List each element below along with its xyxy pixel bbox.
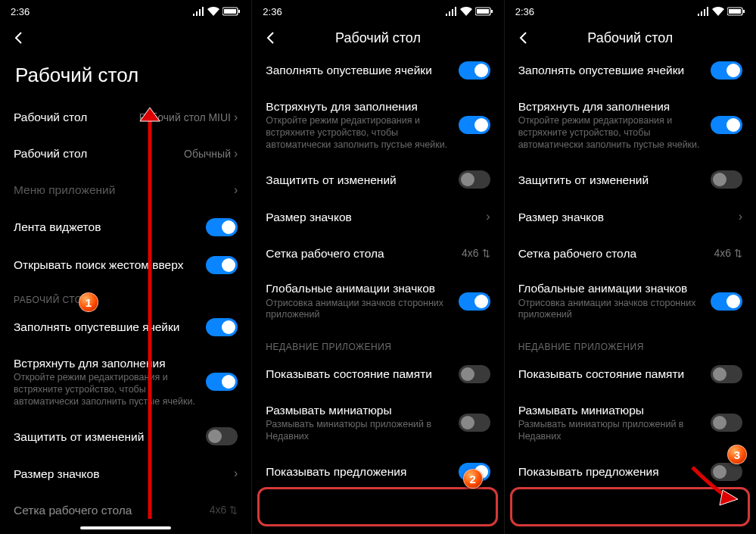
- row-lock-layout[interactable]: Защитить от изменений: [252, 161, 503, 198]
- row-icon-size[interactable]: Размер значков ›: [0, 455, 251, 492]
- status-icons: [192, 7, 241, 16]
- row-label: Встряхнуть для заполнения: [518, 99, 703, 114]
- sort-icon: ⇅: [482, 248, 490, 259]
- toggle-fill[interactable]: [206, 318, 238, 336]
- row-icon-size[interactable]: Размер значков ›: [505, 198, 756, 235]
- row-label: Открывать поиск жестом вверх: [14, 258, 198, 272]
- row-value: 4x6: [210, 504, 227, 516]
- row-desc: Откройте режим редактирования и встряхни…: [14, 372, 198, 408]
- row-shake-fill[interactable]: Встряхнуть для заполнения Откройте режим…: [505, 89, 756, 161]
- row-label: Сетка рабочего стола: [518, 246, 707, 261]
- row-label: Рабочий стол: [14, 110, 132, 124]
- status-bar: 2:36: [0, 0, 251, 21]
- row-icon-size[interactable]: Размер значков ›: [252, 198, 503, 235]
- row-memory-status[interactable]: Показывать состояние памяти: [505, 355, 756, 393]
- row-value: 4x6: [462, 247, 479, 259]
- row-label: Размер значков: [518, 210, 731, 224]
- signal-icon: [192, 7, 204, 16]
- row-label: Заполнять опустевшие ячейки: [14, 320, 198, 334]
- row-lock-layout[interactable]: Защитить от изменений: [0, 417, 251, 455]
- row-shake-fill[interactable]: Встряхнуть для заполнения Откройте режим…: [0, 346, 251, 417]
- row-desc: Отрисовка анимации значков сторонних при…: [266, 298, 450, 321]
- row-fill-empty[interactable]: Заполнять опустевшие ячейки: [505, 52, 756, 89]
- row-label: Показывать состояние памяти: [266, 367, 450, 381]
- status-bar: 2:36: [505, 0, 756, 21]
- sort-icon: ⇅: [734, 248, 742, 259]
- row-blur-thumbs[interactable]: Размывать миниатюры Размывать миниатюры …: [505, 393, 756, 453]
- toggle-widgets[interactable]: [206, 218, 238, 236]
- row-label: Показывать предложения: [518, 464, 703, 479]
- svg-rect-1: [224, 9, 236, 14]
- back-arrow-icon[interactable]: [11, 29, 29, 47]
- row-memory-status[interactable]: Показывать состояние памяти: [252, 355, 503, 393]
- toggle-blur[interactable]: [711, 414, 742, 432]
- row-desc: Размывать миниатюры приложений в Недавни…: [518, 419, 703, 442]
- wifi-icon: [460, 7, 472, 16]
- status-time: 2:36: [11, 6, 30, 17]
- toggle-lock[interactable]: [459, 170, 490, 189]
- toggle-blur[interactable]: [459, 414, 490, 432]
- status-time: 2:36: [515, 6, 534, 17]
- row-label: Заполнять опустевшие ячейки: [518, 63, 703, 77]
- row-label: Сетка рабочего стола: [14, 503, 202, 517]
- chevron-right-icon: ›: [486, 210, 490, 223]
- nav-bar[interactable]: [80, 526, 171, 529]
- page-title: Рабочий стол: [515, 30, 745, 46]
- row-lock-layout[interactable]: Защитить от изменений: [505, 161, 756, 198]
- sort-icon: ⇅: [229, 504, 238, 516]
- toggle-fill[interactable]: [459, 61, 490, 80]
- row-grid[interactable]: Сетка рабочего стола 4x6⇅: [0, 492, 251, 528]
- chevron-right-icon: ›: [234, 467, 238, 480]
- row-fill-empty[interactable]: Заполнять опустевшие ячейки: [252, 52, 503, 89]
- row-label: Размер значков: [266, 210, 478, 224]
- toggle-memory[interactable]: [711, 365, 742, 383]
- toggle-search[interactable]: [206, 256, 238, 274]
- row-label: Размывать миниатюры: [266, 403, 450, 417]
- row-home-launcher[interactable]: Рабочий стол Рабочий стол MIUI›: [0, 99, 251, 136]
- row-label: Показывать предложения: [266, 464, 450, 479]
- svg-rect-6: [491, 10, 493, 13]
- toggle-shake[interactable]: [206, 373, 238, 391]
- row-grid[interactable]: Сетка рабочего стола 4x6 ⇅: [505, 235, 756, 271]
- signal-icon: [445, 7, 457, 16]
- row-global-anim[interactable]: Глобальные анимации значков Отрисовка ан…: [505, 271, 756, 331]
- battery-icon: [727, 7, 745, 16]
- toggle-lock[interactable]: [206, 427, 238, 445]
- row-label: Меню приложений: [14, 183, 226, 197]
- toggle-anim[interactable]: [711, 292, 742, 311]
- section-header-home: РАБОЧИЙ СТОЛ: [0, 284, 251, 308]
- row-desc: Откройте режим редактирования и встряхни…: [518, 115, 703, 151]
- toggle-anim[interactable]: [459, 292, 490, 311]
- annotation-marker-3: 3: [727, 445, 747, 464]
- settings-list: Заполнять опустевшие ячейки Встряхнуть д…: [252, 52, 503, 500]
- row-blur-thumbs[interactable]: Размывать миниатюры Размывать миниатюры …: [252, 393, 503, 453]
- row-label: Глобальные анимации значков: [266, 281, 450, 295]
- row-label: Защитить от изменений: [266, 173, 450, 187]
- row-value: 4x6: [714, 247, 731, 259]
- row-label: Размер значков: [14, 467, 226, 481]
- title-bar: Рабочий стол: [252, 21, 503, 52]
- toggle-memory[interactable]: [459, 365, 490, 383]
- row-shake-fill[interactable]: Встряхнуть для заполнения Откройте режим…: [252, 89, 503, 161]
- row-label: Глобальные анимации значков: [518, 281, 703, 295]
- row-widgets-feed[interactable]: Лента виджетов: [0, 208, 251, 246]
- battery-icon: [475, 7, 493, 16]
- row-fill-empty[interactable]: Заполнять опустевшие ячейки: [0, 308, 251, 346]
- section-header-recents: НЕДАВНИЕ ПРИЛОЖЕНИЯ: [505, 331, 756, 355]
- chevron-right-icon: ›: [234, 147, 238, 161]
- toggle-fill[interactable]: [711, 61, 742, 80]
- row-global-anim[interactable]: Глобальные анимации значков Отрисовка ан…: [252, 271, 503, 331]
- status-bar: 2:36: [252, 0, 503, 21]
- toggle-lock[interactable]: [711, 170, 742, 189]
- toggle-shake[interactable]: [459, 116, 490, 134]
- row-value: Обычный: [184, 148, 231, 160]
- panel-2: 2:36 Рабочий стол Заполнять опустевшие я…: [252, 0, 504, 534]
- row-grid[interactable]: Сетка рабочего стола 4x6 ⇅: [252, 235, 503, 271]
- row-home-mode[interactable]: Рабочий стол Обычный›: [0, 136, 251, 172]
- row-search-gesture[interactable]: Открывать поиск жестом вверх: [0, 246, 251, 284]
- title-bar: [0, 21, 251, 52]
- toggle-shake[interactable]: [711, 116, 742, 134]
- status-time: 2:36: [263, 6, 282, 17]
- battery-icon: [222, 7, 241, 16]
- svg-rect-9: [743, 10, 745, 13]
